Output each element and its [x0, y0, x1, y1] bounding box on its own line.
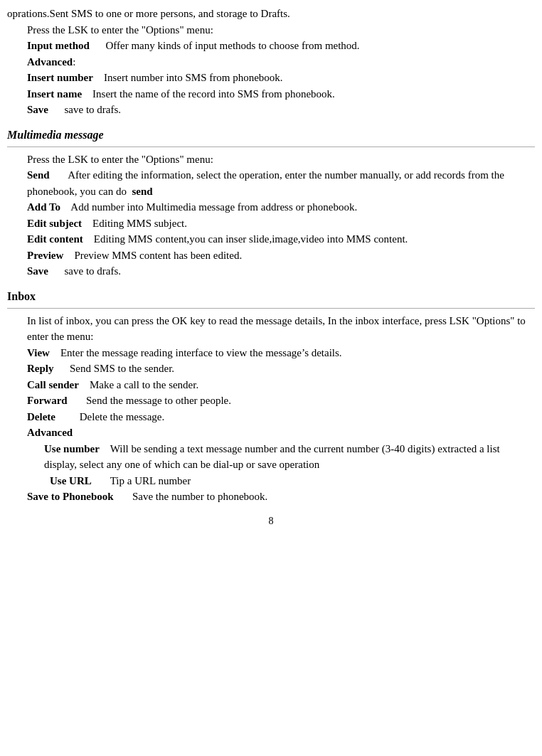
- preview-text: Preview MMS content has been edited.: [74, 250, 242, 261]
- insert-number-label: Insert number: [27, 72, 93, 83]
- save-phonebook-line: Save to Phonebook Save the number to pho…: [7, 489, 535, 505]
- delete-label: Delete: [27, 411, 55, 422]
- page-content: oprations.Sent SMS to one or more person…: [7, 6, 535, 528]
- edit-content-label: Edit content: [27, 233, 83, 245]
- send-bold: send: [132, 186, 152, 197]
- add-to-text: Add number into Multimedia message from …: [70, 201, 357, 213]
- input-method-line: Input method Offer many kinds of input m…: [7, 38, 535, 54]
- multimedia-header: Multimedia message: [7, 127, 535, 144]
- preview-label: Preview: [27, 250, 63, 261]
- call-sender-label: Call sender: [27, 379, 79, 390]
- use-number-label: Use number: [44, 443, 100, 454]
- save-label: Save: [27, 104, 48, 115]
- view-text: Enter the message reading interface to v…: [60, 347, 342, 358]
- use-url-label: Use URL: [50, 475, 92, 486]
- save-text: save to drafs.: [65, 104, 122, 115]
- advanced2-label: Advanced: [27, 427, 73, 438]
- inbox-intro-text: In list of inbox, you can press the OK k…: [27, 315, 526, 343]
- insert-number-line: Insert number Insert number into SMS fro…: [7, 70, 535, 86]
- delete-line: Delete Delete the message.: [7, 409, 535, 425]
- press-lsk-text: Press the LSK to enter the "Options" men…: [27, 24, 213, 36]
- press-lsk2-line: Press the LSK to enter the "Options" men…: [7, 151, 535, 168]
- use-number-text: Will be sending a text message number an…: [44, 443, 500, 471]
- forward-label: Forward: [27, 395, 68, 406]
- edit-subject-text: Editing MMS subject.: [92, 218, 187, 229]
- use-url-text: Tip a URL number: [110, 475, 191, 486]
- send-label: Send: [27, 169, 50, 181]
- input-method-label: Input method: [27, 40, 90, 51]
- advanced-line: Advanced:: [7, 54, 535, 70]
- edit-content-text: Editing MMS content,you can inser slide,…: [94, 233, 408, 245]
- save-line: Save save to drafs.: [7, 102, 535, 118]
- inbox-divider: [7, 308, 535, 309]
- call-sender-line: Call sender Make a call to the sender.: [7, 377, 535, 393]
- insert-name-text: Insert the name of the record into SMS f…: [92, 88, 335, 100]
- reply-line: Reply Send SMS to the sender.: [7, 361, 535, 377]
- intro-line: oprations.Sent SMS to one or more person…: [7, 8, 290, 19]
- save-phonebook-text: Save the number to phonebook.: [132, 491, 267, 502]
- multimedia-divider: [7, 147, 535, 147]
- inbox-header: Inbox: [7, 288, 535, 305]
- edit-subject-line: Edit subject Editing MMS subject.: [7, 215, 535, 232]
- inbox-section: Inbox In list of inbox, you can press th…: [7, 288, 535, 505]
- send-line: Send After editing the information, sele…: [7, 167, 535, 199]
- advanced-colon: :: [73, 56, 75, 68]
- forward-line: Forward Send the message to other people…: [7, 393, 535, 409]
- preview-line: Preview Preview MMS content has been edi…: [7, 247, 535, 264]
- reply-text: Send SMS to the sender.: [70, 363, 174, 374]
- insert-name-label: Insert name: [27, 88, 82, 100]
- press-lsk2-text: Press the LSK to enter the "Options" men…: [27, 154, 213, 165]
- save-phonebook-label: Save to Phonebook: [27, 491, 114, 502]
- edit-subject-label: Edit subject: [27, 218, 82, 229]
- save2-line: Save save to drafs.: [7, 263, 535, 279]
- advanced-label: Advanced: [27, 56, 73, 68]
- delete-text: Delete the message.: [80, 411, 165, 422]
- intro-paragraph: oprations.Sent SMS to one or more person…: [7, 6, 535, 22]
- view-label: View: [27, 347, 50, 358]
- advanced2-line: Advanced: [7, 425, 535, 441]
- send-text: After editing the information, select th…: [27, 169, 504, 197]
- add-to-line: Add To Add number into Multimedia messag…: [7, 199, 535, 215]
- add-to-label: Add To: [27, 201, 60, 213]
- insert-number-text: Insert number into SMS from phonebook.: [104, 72, 283, 83]
- save2-label: Save: [27, 265, 48, 277]
- reply-label: Reply: [27, 363, 54, 374]
- insert-name-line: Insert name Insert the name of the recor…: [7, 86, 535, 102]
- save2-text: save to drafs.: [65, 265, 122, 277]
- input-method-text: Offer many kinds of input methods to cho…: [105, 40, 359, 51]
- use-url-line: Use URL Tip a URL number: [7, 473, 535, 489]
- use-number-line: Use number Will be sending a text messag…: [7, 441, 535, 473]
- edit-content-line: Edit content Editing MMS content,you can…: [7, 231, 535, 247]
- inbox-intro-line: In list of inbox, you can press the OK k…: [7, 313, 535, 345]
- view-line: View Enter the message reading interface…: [7, 345, 535, 361]
- press-lsk-line: Press the LSK to enter the "Options" men…: [7, 22, 535, 38]
- forward-text: Send the message to other people.: [86, 395, 231, 406]
- multimedia-section: Multimedia message Press the LSK to ente…: [7, 127, 535, 279]
- call-sender-text: Make a call to the sender.: [90, 379, 198, 390]
- page-number: 8: [7, 513, 535, 528]
